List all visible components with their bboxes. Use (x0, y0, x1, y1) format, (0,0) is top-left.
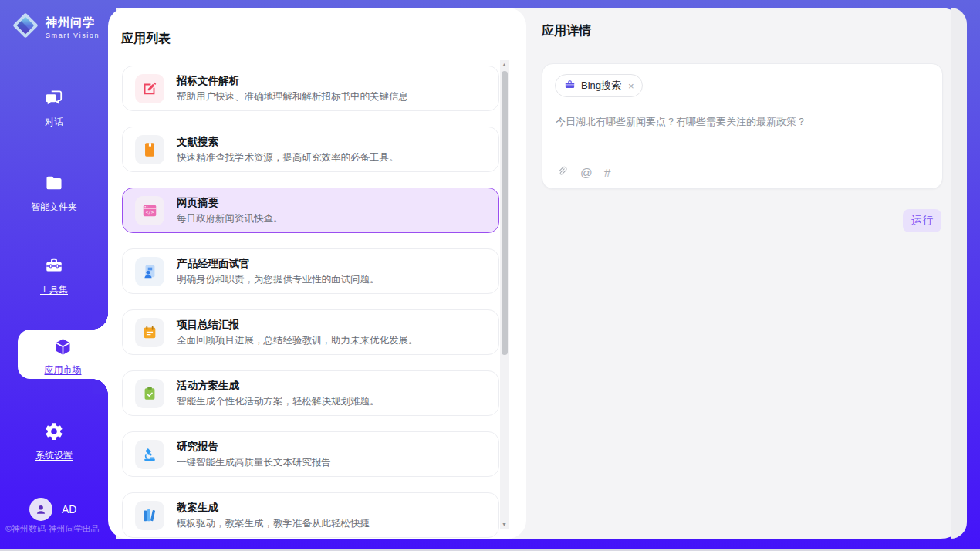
diamond-logo-icon (11, 11, 40, 43)
app-list-title: 应用列表 (121, 31, 171, 47)
app-card-title: 项目总结汇报 (177, 319, 418, 330)
run-button[interactable]: 运行 (903, 209, 941, 232)
app-card-description: 每日政府新闻资讯快查。 (177, 214, 283, 224)
app-card[interactable]: 研究报告 一键智能生成高质量长文本研究报告 (122, 431, 499, 477)
app-card-description: 智能生成个性化活动方案，轻松解决规划难题。 (177, 397, 380, 407)
scroll-down-icon[interactable]: ▼ (500, 520, 509, 529)
paperclip-icon[interactable] (556, 164, 569, 181)
sidebar: 神州问学 Smart Vision 对话 智能文件夹 工具集 (0, 0, 108, 549)
sidebar-item-label: 工具集 (40, 283, 68, 296)
sidebar-item-chat[interactable]: 对话 (0, 88, 108, 129)
avatar (29, 498, 52, 521)
user-initials: AD (62, 503, 76, 516)
brand-subtitle: Smart Vision (46, 32, 100, 39)
brand-logo[interactable]: 神州问学 Smart Vision (11, 11, 100, 43)
detail-scroll-gutter (951, 8, 967, 539)
book-icon (135, 135, 164, 164)
app-card[interactable]: 教案生成 模板驱动，教案生成，教学准备从此轻松快捷 (122, 492, 499, 538)
sidebar-item-settings[interactable]: 系统设置 (0, 421, 108, 462)
app-card-title: 活动方案生成 (177, 380, 380, 391)
app-window: 神州问学 Smart Vision 对话 智能文件夹 工具集 (0, 0, 980, 551)
app-detail-title: 应用详情 (542, 23, 591, 39)
sidebar-item-toolset[interactable]: 工具集 (0, 255, 108, 296)
clipboard-check-icon (135, 379, 164, 408)
sidebar-item-app-market[interactable]: 应用市场 (18, 330, 108, 379)
app-card-title: 文献搜索 (177, 137, 399, 147)
chat-icon (44, 88, 64, 111)
query-input[interactable]: 今日湖北有哪些新闻要点？有哪些需要关注的最新政策？ (556, 115, 931, 130)
app-card-title: 网页摘要 (177, 198, 283, 208)
app-card-description: 一键智能生成高质量长文本研究报告 (177, 458, 331, 468)
app-card[interactable]: 活动方案生成 智能生成个性化活动方案，轻松解决规划难题。 (122, 370, 499, 416)
cube-icon (52, 336, 73, 360)
copyright-text: ©神州数码·神州问学出品 (5, 523, 108, 535)
hash-icon[interactable]: # (604, 167, 611, 179)
app-card-description: 全面回顾项目进展，总结经验教训，助力未来优化发展。 (177, 336, 418, 346)
gear-icon (44, 421, 64, 445)
list-scrollbar[interactable]: ▲ ▼ (500, 60, 509, 529)
app-card-description: 明确身份和职责，为您提供专业性的面试问题。 (177, 275, 380, 285)
sidebar-item-label: 对话 (45, 116, 63, 129)
sidebar-item-label: 智能文件夹 (31, 201, 77, 214)
books-icon (135, 501, 164, 530)
tool-tag-bing-search[interactable]: Bing搜索 × (555, 74, 643, 97)
toolbox-icon (44, 255, 64, 279)
browser-code-icon: </> (135, 196, 164, 225)
at-icon[interactable]: @ (580, 167, 593, 179)
briefcase-icon (564, 79, 576, 93)
app-card[interactable]: 项目总结汇报 全面回顾项目进展，总结经验教训，助力未来优化发展。 (122, 309, 499, 355)
close-icon[interactable]: × (628, 80, 634, 92)
app-card-title: 招标文件解析 (177, 76, 408, 86)
svg-text:</>: </> (146, 209, 154, 215)
brand-name: 神州问学 (46, 15, 100, 30)
sidebar-item-label: 应用市场 (45, 363, 82, 377)
folder-icon (44, 173, 64, 196)
calendar-icon (135, 318, 164, 347)
app-card[interactable]: 文献搜索 快速精准查找学术资源，提高研究效率的必备工具。 (122, 127, 499, 172)
app-card-title: 研究报告 (177, 441, 331, 452)
app-card-description: 帮助用户快速、准确地理解和解析招标书中的关键信息 (177, 92, 408, 102)
app-card[interactable]: </> 网页摘要 每日政府新闻资讯快查。 (122, 188, 499, 233)
microscope-icon (135, 440, 164, 469)
sidebar-item-label: 系统设置 (35, 449, 73, 462)
query-composer[interactable]: Bing搜索 × 今日湖北有哪些新闻要点？有哪些需要关注的最新政策？ @# (542, 63, 943, 189)
app-card-description: 模板驱动，教案生成，教学准备从此轻松快捷 (177, 519, 370, 529)
app-card-title: 教案生成 (177, 502, 370, 513)
app-card[interactable]: 招标文件解析 帮助用户快速、准确地理解和解析招标书中的关键信息 (122, 66, 499, 111)
edit-doc-icon (135, 74, 164, 103)
scrollbar-thumb[interactable] (502, 71, 508, 355)
tool-tag-label: Bing搜索 (581, 79, 621, 93)
scroll-up-icon[interactable]: ▲ (500, 60, 509, 69)
app-card-description: 快速精准查找学术资源，提高研究效率的必备工具。 (177, 153, 399, 163)
user-account[interactable]: AD (29, 498, 76, 521)
app-card-title: 产品经理面试官 (177, 259, 380, 269)
app-list-panel: 应用列表 招标文件解析 帮助用户快速、准确地理解和解析招标书中的关键信息 文献搜… (108, 8, 526, 539)
app-card[interactable]: 产品经理面试官 明确身份和职责，为您提供专业性的面试问题。 (122, 248, 499, 294)
interviewer-icon (135, 257, 164, 286)
sidebar-item-smart-folder[interactable]: 智能文件夹 (0, 173, 108, 214)
attachment-toolbar: @# (556, 164, 610, 181)
tab-fillet-bottom (93, 379, 108, 394)
tab-fillet-top (93, 314, 108, 330)
app-card-list: 招标文件解析 帮助用户快速、准确地理解和解析招标书中的关键信息 文献搜索 快速精… (122, 66, 499, 539)
